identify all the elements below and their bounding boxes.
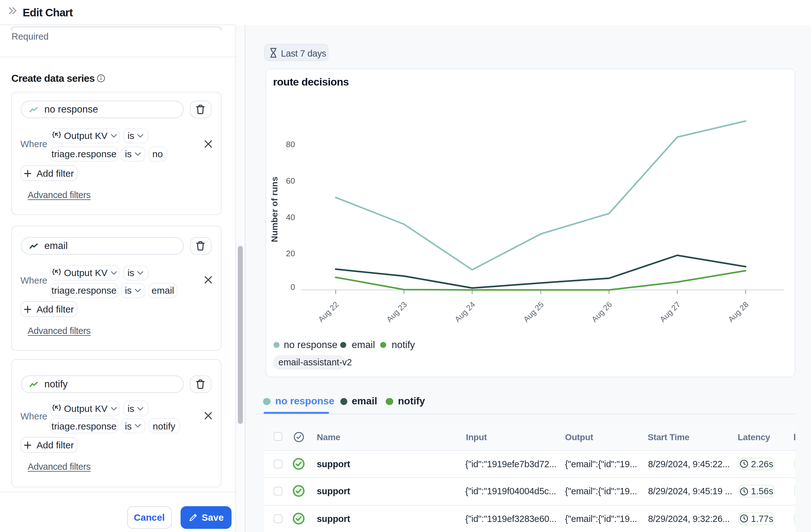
svg-text:Aug 28: Aug 28 [726, 300, 750, 324]
svg-text:80: 80 [286, 140, 295, 149]
svg-text:Aug 22: Aug 22 [317, 300, 340, 324]
svg-text:notify: notify [392, 339, 415, 350]
svg-text:email-assistant-v2: email-assistant-v2 [278, 357, 352, 367]
svg-text:40: 40 [286, 213, 295, 222]
svg-text:20: 20 [286, 249, 295, 258]
svg-text:0: 0 [291, 282, 295, 292]
svg-text:Aug 23: Aug 23 [385, 300, 409, 324]
svg-text:Number of runs: Number of runs [270, 177, 279, 242]
svg-text:Aug 24: Aug 24 [453, 300, 477, 324]
svg-text:Aug 26: Aug 26 [590, 300, 614, 324]
svg-text:Aug 27: Aug 27 [658, 300, 682, 324]
svg-text:60: 60 [286, 176, 295, 186]
svg-text:Aug 25: Aug 25 [522, 300, 546, 324]
svg-text:no response: no response [284, 339, 338, 350]
svg-text:email: email [352, 339, 375, 350]
